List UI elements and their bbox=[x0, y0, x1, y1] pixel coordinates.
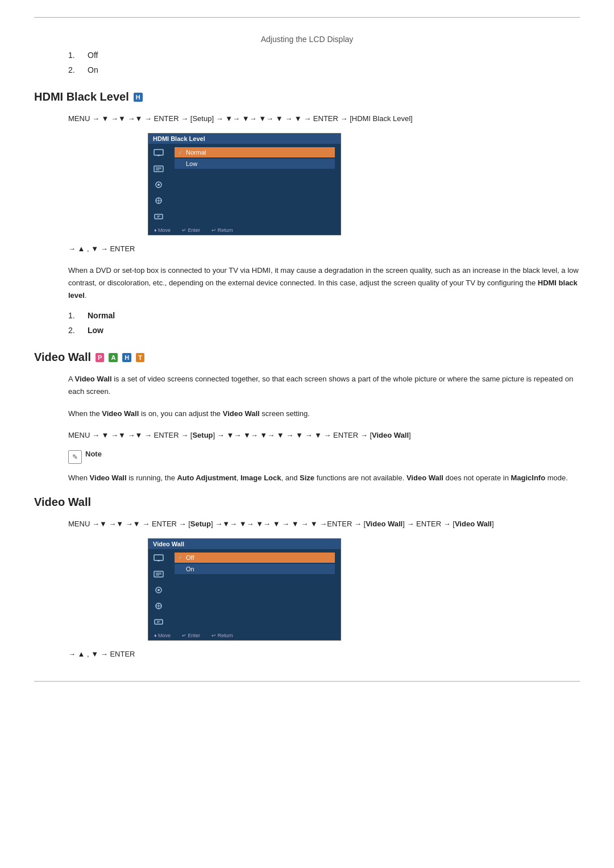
hdmi-tv-bottom-bar: ♦ Move ↵ Enter ↩ Return bbox=[148, 226, 341, 235]
list-label: Normal bbox=[88, 311, 115, 320]
svg-rect-12 bbox=[155, 214, 163, 219]
hdmi-section-heading: HDMI Black Level H bbox=[34, 90, 580, 103]
hdmi-screenshot-container: HDMI Black Level bbox=[148, 133, 341, 235]
hdmi-check-normal: ✓ bbox=[178, 149, 182, 156]
vw-sidebar-icon-1 bbox=[152, 554, 165, 563]
list-label: On bbox=[88, 65, 98, 74]
videowall-sub-heading: Video Wall bbox=[34, 496, 580, 509]
videowall-badge-t: T bbox=[136, 353, 144, 362]
videowall-tv-body: ✓ Off ✓ On bbox=[148, 549, 341, 631]
list-item: 2. On bbox=[68, 65, 580, 74]
list-num: 2. bbox=[68, 65, 78, 74]
vw-sidebar-icon-3 bbox=[152, 585, 165, 595]
top-divider bbox=[34, 17, 580, 18]
page-container: Adjusting the LCD Display 1. Off 2. On H… bbox=[0, 0, 614, 868]
hdmi-instruction: MENU → ▼ →▼ →▼ → ENTER → [Setup] → ▼→ ▼→… bbox=[68, 113, 580, 125]
vw-check-on: ✓ bbox=[178, 566, 182, 572]
list-item: 1. Off bbox=[68, 51, 580, 60]
videowall-heading-text: Video Wall bbox=[34, 351, 91, 364]
svg-rect-15 bbox=[154, 555, 163, 560]
videowall-tv-title: Video Wall bbox=[148, 539, 341, 549]
videowall-tv-main: ✓ Off ✓ On bbox=[169, 549, 341, 631]
hdmi-tv-screenshot: HDMI Black Level bbox=[148, 133, 341, 235]
videowall-badge-h: H bbox=[122, 353, 131, 362]
videowall-tv-sidebar bbox=[148, 549, 169, 631]
hdmi-badge: H bbox=[134, 93, 143, 102]
sidebar-icon-2 bbox=[152, 164, 165, 173]
hdmi-nav-instruction: → ▲ , ▼ → ENTER bbox=[68, 244, 580, 253]
hdmi-tv-sidebar bbox=[148, 144, 169, 226]
svg-point-23 bbox=[157, 589, 160, 591]
svg-rect-0 bbox=[154, 149, 163, 155]
vw-bottom-return: ↩ Return bbox=[211, 633, 233, 638]
note-label: Note bbox=[85, 450, 102, 458]
vw-check-off: ✓ bbox=[178, 554, 182, 560]
hdmi-check-low: ✓ bbox=[178, 161, 182, 167]
hdmi-bottom-enter: ↵ Enter bbox=[182, 227, 200, 233]
vw-bottom-enter: ↵ Enter bbox=[182, 633, 200, 638]
videowall-tv-bottom-bar: ♦ Move ↵ Enter ↩ Return bbox=[148, 631, 341, 640]
videowall-body-text1: A Video Wall is a set of video screens c… bbox=[68, 373, 580, 398]
vw-sidebar-icon-5 bbox=[152, 617, 165, 626]
list-item: 1. Normal bbox=[68, 311, 580, 320]
videowall-badge-a: A bbox=[109, 353, 118, 362]
sidebar-icon-3 bbox=[152, 180, 165, 189]
videowall-body-text2: When the Video Wall is on, you can adjus… bbox=[68, 408, 580, 420]
page-title: Adjusting the LCD Display bbox=[34, 35, 580, 44]
videowall-screenshot-container: Video Wall bbox=[148, 538, 341, 641]
on-off-list: 1. Off 2. On bbox=[68, 51, 580, 74]
note-icon: ✎ bbox=[68, 450, 82, 464]
vw-menu-on: ✓ On bbox=[175, 564, 335, 574]
videowall-section-heading: Video Wall P A H T bbox=[34, 351, 580, 364]
hdmi-heading-text: HDMI Black Level bbox=[34, 90, 129, 103]
vw-menu-off: ✓ Off bbox=[175, 553, 335, 563]
list-label: Low bbox=[88, 326, 103, 335]
vw-sidebar-icon-2 bbox=[152, 570, 165, 579]
videowall-sub-heading-text: Video Wall bbox=[34, 496, 91, 509]
hdmi-bottom-move: ♦ Move bbox=[154, 227, 171, 233]
note-block: ✎ Note bbox=[68, 450, 580, 464]
bottom-divider bbox=[34, 681, 580, 682]
hdmi-bottom-return: ↩ Return bbox=[211, 227, 233, 233]
hdmi-tv-body: ✓ Normal ✓ Low bbox=[148, 144, 341, 226]
list-item: 2. Low bbox=[68, 326, 580, 335]
hdmi-menu-low: ✓ Low bbox=[175, 159, 335, 169]
svg-point-8 bbox=[157, 184, 160, 186]
svg-rect-27 bbox=[155, 620, 163, 624]
sidebar-icon-5 bbox=[152, 212, 165, 221]
list-num: 1. bbox=[68, 311, 78, 320]
list-num: 2. bbox=[68, 326, 78, 335]
note-body-text: When Video Wall is running, the Auto Adj… bbox=[68, 472, 580, 484]
videowall-sub-instruction: MENU →▼ →▼ →▼ → ENTER → [Setup] →▼→ ▼→ ▼… bbox=[68, 518, 580, 530]
videowall-instruction: MENU → ▼ →▼ →▼ → ENTER → [Setup] → ▼→ ▼→… bbox=[68, 429, 580, 442]
vw-sidebar-icon-4 bbox=[152, 601, 165, 610]
hdmi-menu-normal: ✓ Normal bbox=[175, 147, 335, 157]
hdmi-tv-title: HDMI Black Level bbox=[148, 134, 341, 144]
sidebar-icon-1 bbox=[152, 148, 165, 157]
videowall-nav-instruction: → ▲ , ▼ → ENTER bbox=[68, 650, 580, 658]
hdmi-options-list: 1. Normal 2. Low bbox=[68, 311, 580, 335]
sidebar-icon-4 bbox=[152, 196, 165, 205]
hdmi-body-text: When a DVD or set-top box is connected t… bbox=[68, 264, 580, 302]
list-label: Off bbox=[88, 51, 98, 60]
videowall-badge-p: P bbox=[96, 353, 104, 362]
videowall-tv-screenshot: Video Wall bbox=[148, 538, 341, 641]
vw-bottom-move: ♦ Move bbox=[154, 633, 171, 638]
list-num: 1. bbox=[68, 51, 78, 60]
hdmi-tv-main: ✓ Normal ✓ Low bbox=[169, 144, 341, 226]
